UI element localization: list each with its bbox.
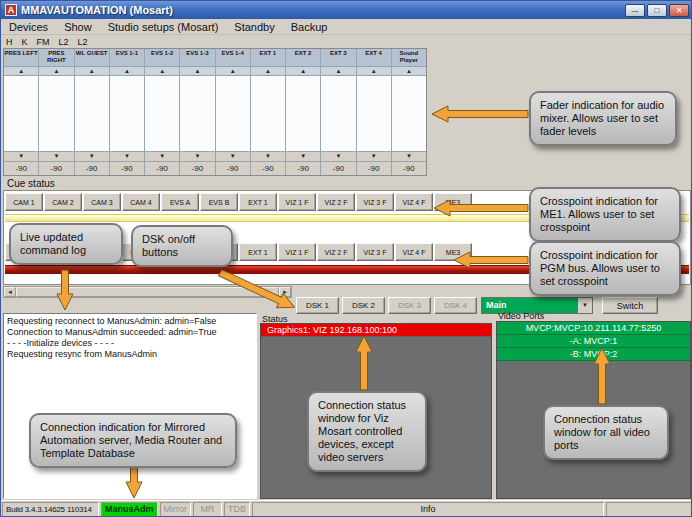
fader-up-icon[interactable] [4, 66, 38, 76]
menu-item[interactable]: Show [56, 20, 100, 34]
fader-channel: WL GUEST -90 [75, 49, 110, 175]
fader-up-icon[interactable] [39, 66, 73, 76]
dsk-button[interactable]: DSK 3 [388, 297, 431, 314]
fader-down-icon[interactable] [110, 151, 144, 161]
fader-down-icon[interactable] [321, 151, 355, 161]
fader-track[interactable] [75, 76, 109, 151]
crosspoint-button[interactable]: VIZ 4 F [395, 193, 433, 211]
log-line: Connection to ManusAdmin succeeded: admi… [7, 327, 253, 338]
dsk-button[interactable]: DSK 1 [296, 297, 339, 314]
chevron-down-icon[interactable] [577, 298, 592, 313]
fader-track[interactable] [180, 76, 214, 151]
arrow-status-callout [355, 335, 373, 391]
shortcut-item[interactable]: FM [37, 37, 50, 47]
fader-channel-label: EVS 1-4 [216, 49, 250, 66]
crosspoint-button[interactable]: VIZ 2 F [317, 243, 355, 261]
fader-level-value: -90 [4, 161, 38, 175]
me1-crosspoint-row: CAM 1CAM 2CAM 3CAM 4EVS AEVS BEXT 1VIZ 1… [5, 193, 473, 211]
fader-channel: PRES RIGHT -90 [39, 49, 74, 175]
shortcut-item[interactable]: H [6, 37, 13, 47]
crosspoint-button[interactable]: VIZ 2 F [317, 193, 355, 211]
crosspoint-button[interactable]: VIZ 3 F [356, 193, 394, 211]
crosspoint-button[interactable]: EXT 1 [239, 193, 277, 211]
fader-down-icon[interactable] [145, 151, 179, 161]
fader-level-value: -90 [286, 161, 320, 175]
fader-track[interactable] [110, 76, 144, 151]
callout-device-status: Connection status window for Viz Mosart … [307, 391, 427, 472]
fader-down-icon[interactable] [286, 151, 320, 161]
crosspoint-button[interactable]: VIZ 1 F [278, 193, 316, 211]
app-window: A MMAVAUTOMATION (Mosart) DevicesShowStu… [0, 0, 692, 517]
fader-up-icon[interactable] [321, 66, 355, 76]
fader-down-icon[interactable] [75, 151, 109, 161]
minimize-icon[interactable] [625, 4, 645, 17]
fader-track[interactable] [4, 76, 38, 151]
status-badge: MR [193, 502, 222, 517]
fader-down-icon[interactable] [4, 151, 38, 161]
shortcut-item[interactable]: K [22, 37, 28, 47]
close-icon[interactable] [669, 4, 689, 17]
fader-down-icon[interactable] [392, 151, 426, 161]
fader-track[interactable] [392, 76, 426, 151]
fader-down-icon[interactable] [216, 151, 250, 161]
fader-down-icon[interactable] [251, 151, 285, 161]
fader-up-icon[interactable] [286, 66, 320, 76]
dsk-button[interactable]: DSK 4 [434, 297, 477, 314]
maximize-icon[interactable] [647, 4, 667, 17]
crosspoint-button[interactable]: CAM 4 [122, 193, 160, 211]
crosspoint-button[interactable]: CAM 3 [83, 193, 121, 211]
fader-channel-label: PRES RIGHT [39, 49, 73, 66]
fader-track[interactable] [321, 76, 355, 151]
fader-up-icon[interactable] [145, 66, 179, 76]
dsk-button[interactable]: DSK 2 [342, 297, 385, 314]
shortcut-item[interactable]: L2 [78, 37, 88, 47]
scroll-left-icon[interactable] [4, 287, 16, 297]
fader-track[interactable] [251, 76, 285, 151]
video-port-row: MVCP:MVCP:10.211.114.77:5250 [497, 322, 690, 335]
fader-channel-label: EXT 2 [286, 49, 320, 66]
arrow-log-callout [56, 269, 74, 311]
fader-up-icon[interactable] [75, 66, 109, 76]
crosspoint-button[interactable]: EVS B [200, 193, 238, 211]
fader-track[interactable] [39, 76, 73, 151]
fader-up-icon[interactable] [180, 66, 214, 76]
fader-track[interactable] [286, 76, 320, 151]
fader-up-icon[interactable] [392, 66, 426, 76]
switch-button[interactable]: Switch [602, 297, 658, 314]
fader-track[interactable] [216, 76, 250, 151]
fader-level-value: -90 [39, 161, 73, 175]
crosspoint-button[interactable]: VIZ 4 F [395, 243, 433, 261]
menu-item[interactable]: Standby [226, 20, 282, 34]
arrow-me1-callout [433, 199, 529, 217]
fader-level-value: -90 [321, 161, 355, 175]
menu-item[interactable]: Backup [283, 20, 336, 34]
fader-up-icon[interactable] [216, 66, 250, 76]
fader-channel: EVS 1-1 -90 [110, 49, 145, 175]
fader-channel-label: EVS 1-1 [110, 49, 144, 66]
fader-up-icon[interactable] [357, 66, 391, 76]
arrow-pgm-callout [453, 251, 529, 269]
fader-down-icon[interactable] [39, 151, 73, 161]
crosspoint-button[interactable]: VIZ 1 F [278, 243, 316, 261]
menu-item[interactable]: Devices [1, 20, 56, 34]
callout-command-log: Live updated command log [9, 223, 123, 265]
fader-channel-label: Sound Player [392, 49, 426, 66]
shortcut-item[interactable]: L2 [59, 37, 69, 47]
fader-up-icon[interactable] [110, 66, 144, 76]
fader-track[interactable] [357, 76, 391, 151]
shortcut-toolbar: HKFML2L2 [1, 35, 692, 48]
crosspoint-button[interactable]: CAM 2 [44, 193, 82, 211]
fader-level-value: -90 [75, 161, 109, 175]
crosspoint-button[interactable]: VIZ 3 F [356, 243, 394, 261]
status-bar: Build 3.4.3.14625 110314 ManusAdmMirrorM… [1, 500, 692, 517]
fader-down-icon[interactable] [357, 151, 391, 161]
callout-me1: Crosspoint indication for ME1. Allows us… [529, 187, 681, 242]
fader-down-icon[interactable] [180, 151, 214, 161]
fader-track[interactable] [145, 76, 179, 151]
fader-up-icon[interactable] [251, 66, 285, 76]
crosspoint-button[interactable]: EXT 1 [239, 243, 277, 261]
crosspoint-button[interactable]: CAM 1 [5, 193, 43, 211]
menu-item[interactable]: Studio setups (Mosart) [100, 20, 227, 34]
crosspoint-button[interactable]: EVS A [161, 193, 199, 211]
fader-channel: PRES LEFT -90 [4, 49, 39, 175]
